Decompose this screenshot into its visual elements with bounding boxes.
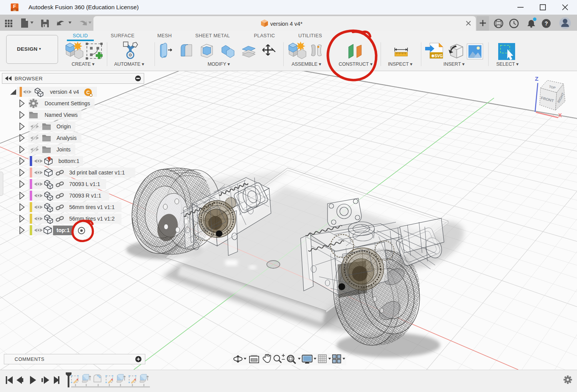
svg-text:version 4 v4*: version 4 v4* — [270, 21, 303, 27]
svg-text:C: C — [86, 90, 90, 95]
svg-text:?: ? — [545, 20, 548, 27]
svg-text:70093 L v1:1: 70093 L v1:1 — [69, 181, 100, 187]
svg-text:BROWSER: BROWSER — [15, 76, 43, 81]
svg-text:Analysis: Analysis — [57, 135, 76, 141]
svg-text:Origin: Origin — [57, 123, 71, 130]
svg-text:Joints: Joints — [57, 146, 71, 153]
svg-text:F: F — [13, 3, 16, 9]
svg-text:70093 R v1:1: 70093 R v1:1 — [69, 193, 101, 199]
svg-text:COMMENTS: COMMENTS — [15, 357, 45, 362]
svg-text:3d print ball caster v1:1: 3d print ball caster v1:1 — [69, 169, 125, 176]
svg-text:56mm tires v1 v1:1: 56mm tires v1 v1:1 — [69, 204, 115, 210]
svg-text:Document Settings: Document Settings — [45, 100, 90, 106]
svg-text:version 4 v4: version 4 v4 — [50, 89, 79, 95]
svg-text:Z: Z — [535, 75, 538, 82]
svg-text:Named Views: Named Views — [45, 112, 78, 118]
svg-text:top:1: top:1 — [57, 227, 70, 233]
svg-text:X: X — [558, 112, 562, 118]
svg-text:✱SVG: ✱SVG — [431, 54, 443, 58]
svg-text:Autodesk Fusion 360 (Education: Autodesk Fusion 360 (Education License) — [28, 4, 139, 10]
svg-text:bottom:1: bottom:1 — [58, 158, 80, 164]
svg-text:360: 360 — [13, 10, 16, 12]
